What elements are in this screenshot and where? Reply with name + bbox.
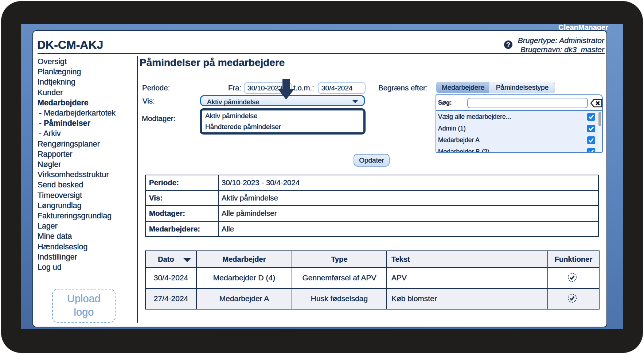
svg-text:?: ? [506,41,511,48]
